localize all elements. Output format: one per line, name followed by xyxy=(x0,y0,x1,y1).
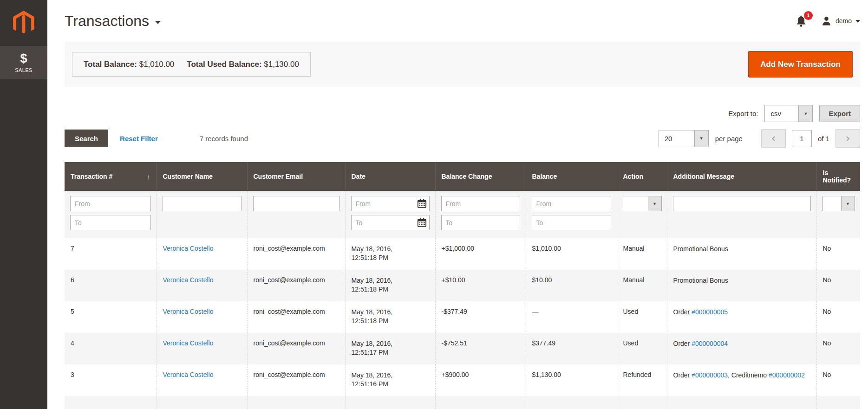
grid-filter-row: ▼ ▼ xyxy=(65,191,860,238)
filter-balance-change-from-input[interactable] xyxy=(441,196,520,211)
cell-is-notified: No xyxy=(816,364,860,396)
column-header-is-notified[interactable]: Is Notified? xyxy=(816,162,860,191)
cell-action: Refunded xyxy=(617,364,667,396)
cell-date: May 18, 2016, 12:51:16 PM xyxy=(345,364,435,396)
cell-balance-change: -$752.51 xyxy=(435,333,526,364)
customer-name-link[interactable]: Veronica Costello xyxy=(163,245,214,252)
order-link[interactable]: #000000004 xyxy=(692,340,728,347)
filter-balance-to-input[interactable] xyxy=(532,215,611,230)
customer-name-link[interactable]: Veronica Costello xyxy=(163,371,214,378)
sidebar-nav: $ SALES xyxy=(0,46,47,79)
filter-action-select[interactable]: ▼ xyxy=(623,196,662,211)
main-content: Transactions 1 demo xyxy=(47,0,868,409)
cell-action: Used xyxy=(617,301,667,333)
cell-date: May 18, 2016, 12:51:18 PM xyxy=(345,301,435,333)
add-new-transaction-button[interactable]: Add New Transaction xyxy=(748,51,853,78)
column-header-customer-email[interactable]: Customer Email xyxy=(247,162,345,191)
cell-additional-message: Promotional Bonus xyxy=(667,238,816,270)
chevron-down-icon: ▼ xyxy=(798,105,812,122)
records-found-text: 7 records found xyxy=(200,135,248,143)
magento-logo[interactable] xyxy=(0,0,47,46)
cell-transaction-id: 6 xyxy=(65,270,157,301)
cell-balance-change: +$10.00 xyxy=(435,270,526,301)
cell-additional-message: Promotional Bonus xyxy=(667,270,816,301)
page-of-label: of 1 xyxy=(818,135,829,143)
cell-balance-change: +$1,000.00 xyxy=(435,238,526,270)
customer-name-link[interactable]: Veronica Costello xyxy=(163,339,214,347)
title-caret-icon[interactable] xyxy=(155,21,161,24)
grid-header-row: Transaction # ↑ Customer Name Customer E… xyxy=(65,162,860,191)
cell-action: Used xyxy=(617,333,667,364)
grid-toolbar-left: Search Reset Filter 7 records found xyxy=(65,130,248,147)
sidebar-item-sales[interactable]: $ SALES xyxy=(0,46,47,79)
customer-name-link[interactable]: Veronica Costello xyxy=(163,308,214,315)
cell-balance: $10.00 xyxy=(526,270,617,301)
cell-balance-change: -$377.49 xyxy=(435,301,526,333)
order-link[interactable]: #000000003 xyxy=(692,371,728,379)
pager: ‹ of 1 › xyxy=(761,129,860,148)
cell-date: May 18, 2016, 12:51:18 PM xyxy=(345,238,435,270)
cell-customer-email: roni_cost@example.com xyxy=(247,301,345,333)
sidebar: $ SALES xyxy=(0,0,47,409)
per-page-label: per page xyxy=(715,135,743,143)
total-used-balance-value: $1,130.00 xyxy=(264,60,299,69)
user-icon xyxy=(821,16,832,26)
date-from-calendar-button[interactable] xyxy=(416,198,428,209)
table-row[interactable]: 3 Veronica Costello roni_cost@example.co… xyxy=(65,364,860,396)
page-number-input[interactable] xyxy=(792,130,812,147)
page-title: Transactions xyxy=(65,13,161,30)
per-page-select[interactable]: 20 ▼ xyxy=(659,130,709,147)
per-page-value: 20 xyxy=(659,130,694,147)
export-button[interactable]: Export xyxy=(819,105,860,122)
date-to-calendar-button[interactable] xyxy=(416,217,428,228)
table-row[interactable]: 5 Veronica Costello roni_cost@example.co… xyxy=(65,301,860,333)
total-balance-stat: Total Balance: $1,010.00 xyxy=(84,60,174,69)
chevron-down-icon: ▼ xyxy=(694,130,708,147)
creditmemo-link[interactable]: #000000002 xyxy=(769,371,805,379)
total-balance-label: Total Balance: xyxy=(84,60,137,69)
filter-is-notified-select[interactable]: ▼ xyxy=(822,196,855,211)
sidebar-item-label: SALES xyxy=(15,67,32,73)
filter-transaction-from-input[interactable] xyxy=(70,196,151,211)
column-header-date[interactable]: Date xyxy=(345,162,435,191)
chevron-down-icon: ▼ xyxy=(648,196,661,211)
reset-filter-link[interactable]: Reset Filter xyxy=(120,135,158,143)
cell-balance: — xyxy=(526,301,617,333)
cell-additional-message: Order #000000005 xyxy=(667,301,816,333)
table-row[interactable]: 7 Veronica Costello roni_cost@example.co… xyxy=(65,238,860,270)
table-row[interactable]: 6 Veronica Costello roni_cost@example.co… xyxy=(65,270,860,301)
filter-balance-change-to-input[interactable] xyxy=(441,215,520,230)
previous-page-button[interactable]: ‹ xyxy=(761,129,786,148)
column-header-balance-change[interactable]: Balance Change xyxy=(435,162,526,191)
cell-additional-message: Order #000000004 xyxy=(667,333,816,364)
table-row-partial xyxy=(65,396,860,409)
user-menu[interactable]: demo xyxy=(821,16,860,26)
column-header-transaction-id[interactable]: Transaction # ↑ xyxy=(65,162,157,191)
column-header-additional-message[interactable]: Additional Message xyxy=(667,162,816,191)
total-used-balance-stat: Total Used Balance: $1,130.00 xyxy=(187,60,299,69)
next-page-button[interactable]: › xyxy=(835,129,860,148)
cell-action: Manual xyxy=(617,238,667,270)
notifications-button[interactable]: 1 xyxy=(795,15,807,27)
cell-customer-email: roni_cost@example.com xyxy=(247,333,345,364)
export-format-select[interactable]: csv ▼ xyxy=(764,105,813,122)
dollar-icon: $ xyxy=(20,52,27,65)
column-header-action[interactable]: Action xyxy=(617,162,667,191)
total-used-balance-label: Total Used Balance: xyxy=(187,60,261,69)
search-button[interactable]: Search xyxy=(65,130,108,147)
filter-is-notified-value xyxy=(823,196,841,211)
column-header-balance[interactable]: Balance xyxy=(526,162,617,191)
customer-name-link[interactable]: Veronica Costello xyxy=(163,276,214,284)
column-header-customer-name[interactable]: Customer Name xyxy=(157,162,247,191)
filter-customer-name-input[interactable] xyxy=(163,196,241,211)
order-link[interactable]: #000000005 xyxy=(692,308,728,316)
table-row[interactable]: 4 Veronica Costello roni_cost@example.co… xyxy=(65,333,860,364)
chevron-left-icon: ‹ xyxy=(771,133,776,144)
filter-balance-from-input[interactable] xyxy=(532,196,611,211)
filter-customer-email-input[interactable] xyxy=(253,196,339,211)
filter-action-value xyxy=(623,196,648,211)
export-row: Export to: csv ▼ Export xyxy=(65,105,860,122)
filter-additional-message-input[interactable] xyxy=(673,196,811,211)
filter-transaction-to-input[interactable] xyxy=(70,215,151,230)
cell-transaction-id: 5 xyxy=(65,301,157,333)
